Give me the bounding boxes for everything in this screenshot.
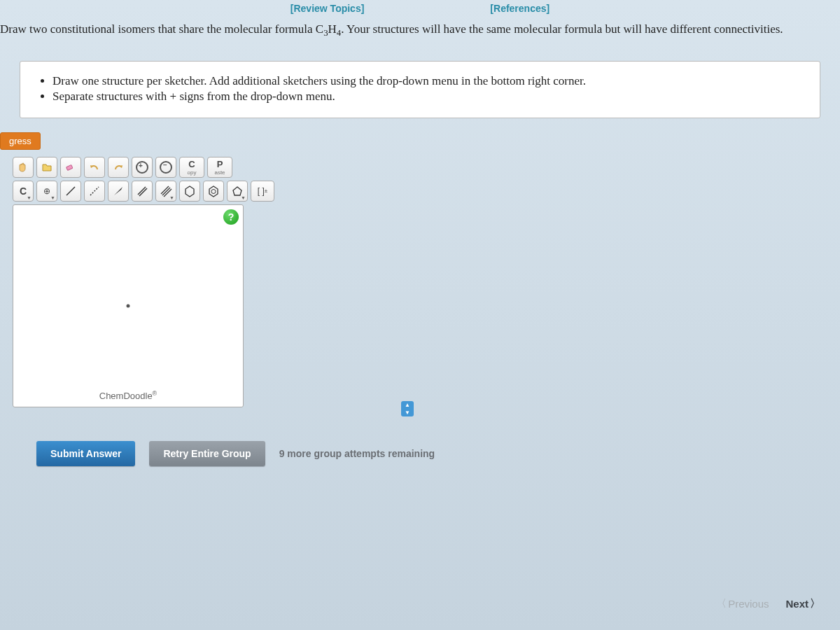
instruction-panel: Draw one structure per sketcher. Add add…: [20, 61, 820, 118]
dropdown-icon: ▼: [50, 195, 55, 200]
sketcher-canvas[interactable]: ? ChemDoodle®: [13, 204, 244, 407]
svg-rect-0: [66, 164, 73, 170]
dropdown-icon: ▼: [241, 195, 246, 200]
svg-line-1: [66, 187, 75, 195]
triple-bond-tool[interactable]: ▼: [155, 181, 176, 202]
paste-bottom: aste: [214, 169, 225, 176]
cyclohexane-tool[interactable]: [179, 181, 200, 202]
instruction-1: Draw one structure per sketcher. Add add…: [52, 74, 803, 88]
chemdoodle-brand: ChemDoodle®: [99, 390, 158, 401]
paste-top: P: [217, 159, 223, 169]
open-tool[interactable]: [36, 157, 57, 178]
svg-marker-11: [233, 187, 241, 195]
stepper-down-icon: ▼: [401, 409, 414, 416]
question-text: Draw two constitutional isomers that sha…: [0, 17, 840, 44]
previous-button[interactable]: 〈 Previous: [716, 597, 769, 610]
redo-tool[interactable]: [108, 157, 129, 178]
sketcher-count-stepper[interactable]: ▲ ▼: [401, 401, 414, 416]
help-button[interactable]: ?: [223, 209, 239, 225]
references-link[interactable]: [References]: [490, 3, 550, 14]
chevron-left-icon: 〈: [716, 597, 727, 610]
element-tool[interactable]: C ▼: [13, 181, 34, 202]
toolbar-row-1: C opy P aste: [13, 157, 412, 178]
bracket-sup: ±: [265, 188, 267, 194]
review-topics-link[interactable]: [Review Topics]: [290, 3, 365, 14]
svg-point-10: [211, 189, 216, 193]
bracket-label: [ ]: [258, 186, 265, 196]
previous-label: Previous: [728, 598, 769, 610]
progress-tab[interactable]: gress: [0, 132, 41, 150]
element-label: C: [20, 186, 27, 197]
dropdown-icon: ▼: [27, 195, 31, 200]
zoom-out-tool[interactable]: [155, 157, 176, 178]
svg-marker-9: [209, 186, 218, 197]
brand-reg: ®: [153, 390, 158, 397]
charge-tool[interactable]: ⊕ ▼: [36, 181, 57, 202]
stepper-up-icon: ▲: [401, 401, 414, 409]
undo-tool[interactable]: [84, 157, 105, 178]
attempts-remaining: 9 more group attempts remaining: [279, 448, 435, 459]
copy-tool[interactable]: C opy: [179, 157, 204, 178]
submit-answer-button[interactable]: Submit Answer: [36, 441, 135, 466]
zoom-in-tool[interactable]: [132, 157, 153, 178]
cyclopentane-tool[interactable]: ▼: [227, 181, 248, 202]
dropdown-icon: ▼: [169, 195, 174, 200]
svg-marker-8: [186, 186, 194, 197]
q-suffix: . Your structures will have the same mol…: [341, 22, 783, 36]
copy-bottom: opy: [188, 169, 197, 176]
chevron-right-icon: 〉: [810, 597, 820, 610]
copy-top: C: [188, 159, 195, 169]
double-bond-tool[interactable]: [132, 181, 153, 202]
benzene-tool[interactable]: [203, 181, 224, 202]
dashed-bond-tool[interactable]: [84, 181, 105, 202]
next-button[interactable]: Next 〉: [785, 597, 820, 610]
erase-tool[interactable]: [60, 157, 81, 178]
bracket-tool[interactable]: [ ]±: [251, 181, 274, 202]
retry-group-button[interactable]: Retry Entire Group: [149, 441, 265, 466]
nav-row: 〈 Previous Next 〉: [716, 597, 820, 610]
next-label: Next: [785, 598, 808, 610]
action-row: Submit Answer Retry Entire Group 9 more …: [36, 441, 840, 466]
q-mid: H: [328, 22, 337, 36]
toolbar-row-2: C ▼ ⊕ ▼ ▼ ▼: [13, 181, 412, 202]
sketcher-area: C opy P aste C ▼ ⊕ ▼ ▼: [13, 157, 412, 407]
wedge-bond-tool[interactable]: [108, 181, 129, 202]
q-prefix: Draw two constitutional isomers that sha…: [0, 22, 323, 36]
svg-line-2: [90, 187, 99, 195]
charge-label: ⊕: [43, 186, 50, 196]
brand-text: ChemDoodle: [99, 391, 153, 401]
single-bond-tool[interactable]: [60, 181, 81, 202]
hand-tool[interactable]: [13, 157, 34, 178]
paste-tool[interactable]: P aste: [207, 157, 232, 178]
instruction-2: Separate structures with + signs from th…: [52, 90, 803, 104]
canvas-center-dot: [127, 304, 130, 307]
